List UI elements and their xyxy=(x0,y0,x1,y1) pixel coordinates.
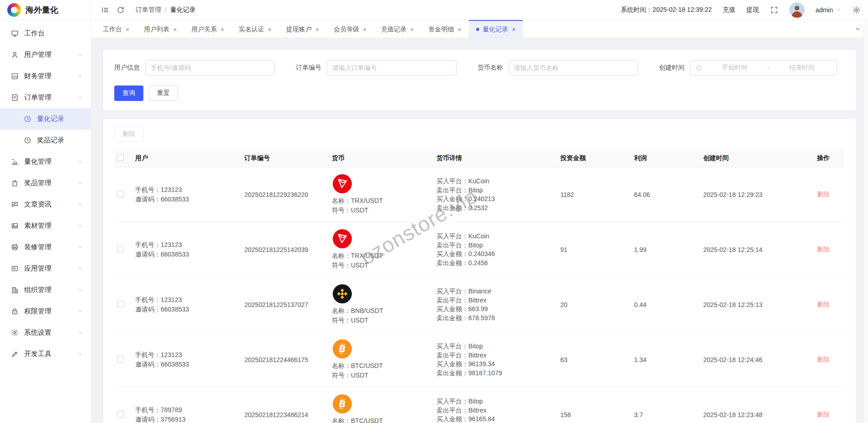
btc-coin-icon: B xyxy=(333,339,352,358)
tab[interactable]: 量化记录 × xyxy=(469,20,523,38)
fullscreen-icon[interactable] xyxy=(770,6,778,14)
sidebar-menu: 工作台 用户管理 财务管理 订单管理 量化记录 奖品记录 量化管理 奖品管理 文… xyxy=(0,23,91,365)
tab-close-icon[interactable]: × xyxy=(363,26,366,33)
sidebar-item-gear[interactable]: 系统设置 xyxy=(0,322,91,343)
buy-platform-label: 买入平台： xyxy=(437,342,468,350)
tab[interactable]: 提现账户 × xyxy=(279,20,326,38)
tab[interactable]: 实名认证 × xyxy=(232,20,279,38)
sidebar-item-label: 量化管理 xyxy=(24,157,72,166)
table-header: 用户 订单编号 货币 货币详情 投资金额 利润 创建时间 操作 xyxy=(114,149,845,167)
start-time-placeholder[interactable]: 开始时间 xyxy=(705,64,765,72)
row-checkbox[interactable] xyxy=(117,191,124,197)
settings-gear-icon[interactable] xyxy=(853,6,861,14)
sidebar-item-org[interactable]: 组织管理 xyxy=(0,279,91,301)
sidebar-item-bag[interactable]: 奖品管理 xyxy=(0,172,91,194)
select-all-checkbox[interactable] xyxy=(117,154,124,161)
buy-platform-label: 买入平台： xyxy=(437,287,468,295)
sidebar-item-message[interactable]: 文章资讯 xyxy=(0,194,91,215)
date-range-picker[interactable]: 开始时间 - 结束时间 xyxy=(690,60,837,76)
row-delete-link[interactable]: 删除 xyxy=(817,411,830,418)
user-icon xyxy=(11,51,19,59)
tab-close-icon[interactable]: × xyxy=(410,26,414,33)
row-delete-link[interactable]: 删除 xyxy=(817,356,830,363)
withdraw-button[interactable]: 提现 xyxy=(746,6,759,14)
tab-close-icon[interactable]: × xyxy=(268,26,272,33)
coin-pair-value: BTC/USDT xyxy=(351,417,383,423)
tab[interactable]: 用户关系 × xyxy=(184,20,231,38)
sell-amount-label: 卖出金额： xyxy=(437,369,468,377)
coin-symbol-label: 符号： xyxy=(332,372,351,379)
active-tab-dot xyxy=(476,28,479,31)
profit-cell: 3.7 xyxy=(634,411,703,418)
tab[interactable]: 工作台 × xyxy=(96,20,137,38)
tab-close-icon[interactable]: × xyxy=(512,26,516,33)
tab-close-icon[interactable]: × xyxy=(126,26,129,33)
row-select-cell xyxy=(114,191,135,199)
row-checkbox[interactable] xyxy=(117,301,124,307)
sidebar-item-app[interactable]: 应用管理 xyxy=(0,258,91,279)
column-header-coin-detail: 货币详情 xyxy=(437,154,560,162)
user-cell: 手机号：123123 邀请码：66038533 xyxy=(135,185,244,204)
tab-close-icon[interactable]: × xyxy=(457,26,461,33)
row-delete-link[interactable]: 删除 xyxy=(817,191,830,198)
order-no-input[interactable] xyxy=(327,60,457,76)
tab[interactable]: 会员等级 × xyxy=(326,20,374,38)
clock-icon xyxy=(24,115,31,123)
tab[interactable]: 充值记录 × xyxy=(374,20,421,38)
avatar[interactable] xyxy=(789,2,805,18)
buy-amount-value: 0.240346 xyxy=(468,250,495,257)
user-cell: 手机号：123123 邀请码：66038533 xyxy=(135,295,244,314)
tab-close-icon[interactable]: × xyxy=(315,26,319,33)
sell-platform-label: 卖出平台： xyxy=(437,407,468,414)
sidebar-item-lock[interactable]: 权限管理 xyxy=(0,301,91,322)
row-checkbox[interactable] xyxy=(117,246,124,252)
row-delete-link[interactable]: 删除 xyxy=(817,301,830,308)
invite-code-value: 66038533 xyxy=(161,196,189,203)
actions-cell: 删除 xyxy=(817,191,845,199)
sidebar-subitem[interactable]: 量化记录 xyxy=(0,108,91,130)
user-info-input[interactable] xyxy=(145,60,275,76)
tab-close-icon[interactable]: × xyxy=(173,26,177,33)
reset-button[interactable]: 重置 xyxy=(149,86,178,101)
column-header-profit: 利润 xyxy=(634,154,703,162)
trx-coin-icon xyxy=(333,174,352,193)
sidebar-item-document[interactable]: 订单管理 xyxy=(0,87,91,108)
refresh-icon[interactable] xyxy=(117,6,125,14)
row-delete-link[interactable]: 删除 xyxy=(817,246,830,253)
sidebar-item-label: 组织管理 xyxy=(24,286,72,294)
row-checkbox[interactable] xyxy=(117,356,124,363)
sidebar-item-quant[interactable]: 量化管理 xyxy=(0,151,91,172)
tab-options-button[interactable] xyxy=(854,20,864,38)
sidebar-subitem-label: 量化记录 xyxy=(37,115,83,123)
sidebar-subitem[interactable]: 奖品记录 xyxy=(0,130,91,151)
user-menu[interactable]: admin xyxy=(816,6,842,14)
created-time-cell: 2025-02-18 12:25:13 xyxy=(703,301,817,308)
phone-label: 手机号： xyxy=(135,186,161,193)
sidebar-collapse-icon[interactable] xyxy=(101,6,109,14)
coin-name-input[interactable] xyxy=(508,60,638,76)
buy-platform-label: 买入平台： xyxy=(437,177,468,185)
message-icon xyxy=(11,201,19,208)
sidebar-item-monitor[interactable]: 工作台 xyxy=(0,23,91,44)
sidebar-item-user[interactable]: 用户管理 xyxy=(0,44,91,65)
tab-label: 会员等级 xyxy=(334,25,359,34)
sell-platform-label: 卖出平台： xyxy=(437,242,468,249)
breadcrumb-item[interactable]: 订单管理 xyxy=(136,6,161,14)
recharge-button[interactable]: 充值 xyxy=(723,6,736,14)
tab[interactable]: 用户列表 × xyxy=(137,20,184,38)
buy-platform-value: KuCoin xyxy=(468,232,489,240)
org-icon xyxy=(11,286,19,294)
sidebar-item-decorate[interactable]: 装修管理 xyxy=(0,237,91,258)
sidebar-item-image[interactable]: 素材管理 xyxy=(0,215,91,237)
phone-label: 手机号： xyxy=(135,241,161,248)
tab-close-icon[interactable]: × xyxy=(220,26,224,33)
end-time-placeholder[interactable]: 结束时间 xyxy=(772,64,832,72)
sidebar-item-chart[interactable]: 财务管理 xyxy=(0,65,91,87)
delete-button[interactable]: 删除 xyxy=(114,126,143,142)
sidebar-item-pen[interactable]: 开发工具 xyxy=(0,343,91,365)
search-button[interactable]: 查询 xyxy=(114,86,143,101)
breadcrumb-item-current[interactable]: 量化记录 xyxy=(170,6,196,14)
row-checkbox[interactable] xyxy=(117,411,124,418)
tab[interactable]: 资金明细 × xyxy=(421,20,468,38)
coin-detail-cell: 买入平台：Bitop 卖出平台：Bittrex 买入金额：96165.84 卖出… xyxy=(437,397,560,423)
